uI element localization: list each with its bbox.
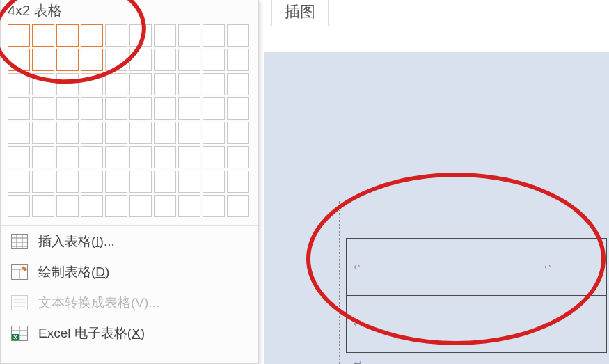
menu-insert-table[interactable]: 插入表格(I)... [1, 226, 258, 257]
grid-cell[interactable] [105, 24, 127, 47]
margin-guide [339, 201, 340, 364]
grid-cell[interactable] [154, 146, 176, 168]
grid-cell[interactable] [32, 73, 54, 95]
grid-cell[interactable] [56, 146, 79, 168]
grid-cell[interactable] [8, 97, 30, 120]
grid-cell[interactable] [81, 146, 103, 168]
grid-cell[interactable] [56, 195, 79, 217]
grid-cell[interactable] [81, 171, 103, 193]
grid-cell[interactable] [129, 24, 152, 47]
grid-cell[interactable] [227, 97, 249, 120]
grid-cell[interactable] [105, 73, 127, 95]
grid-cell[interactable] [56, 97, 79, 120]
grid-cell[interactable] [129, 49, 152, 71]
grid-cell[interactable] [32, 195, 54, 217]
grid-cell[interactable] [178, 24, 200, 47]
grid-cell[interactable] [227, 24, 249, 47]
grid-cell[interactable] [154, 73, 176, 95]
draw-table-icon [10, 263, 29, 281]
grid-cell[interactable] [56, 122, 79, 144]
table-cell: ↩ [347, 239, 537, 296]
grid-cell[interactable] [105, 122, 127, 144]
grid-cell[interactable] [81, 195, 103, 217]
grid-cell[interactable] [32, 24, 54, 47]
grid-cell[interactable] [154, 97, 176, 120]
grid-cell[interactable] [8, 122, 30, 144]
grid-cell[interactable] [203, 171, 225, 193]
table-icon [10, 232, 29, 251]
grid-cell[interactable] [154, 171, 176, 193]
grid-cell[interactable] [203, 73, 225, 95]
grid-cell[interactable] [105, 97, 127, 120]
grid-cell[interactable] [56, 49, 79, 71]
grid-cell[interactable] [32, 171, 54, 193]
grid-cell[interactable] [129, 97, 152, 120]
grid-cell[interactable] [32, 122, 54, 144]
grid-cell[interactable] [227, 195, 249, 217]
grid-cell[interactable] [129, 171, 152, 193]
grid-cell[interactable] [178, 146, 200, 168]
grid-cell[interactable] [105, 49, 127, 71]
grid-cell[interactable] [8, 24, 30, 47]
grid-cell[interactable] [154, 122, 176, 144]
menu-label: 文本转换成表格(V)... [38, 294, 159, 312]
grid-cell[interactable] [32, 49, 54, 71]
grid-cell[interactable] [81, 122, 103, 144]
table-cell: ↩ [347, 296, 537, 353]
grid-cell[interactable] [154, 24, 176, 47]
grid-cell[interactable] [227, 49, 249, 71]
grid-cell[interactable] [8, 49, 30, 71]
grid-cell[interactable] [56, 24, 79, 47]
grid-cell[interactable] [105, 195, 127, 217]
ribbon-separator [264, 31, 609, 31]
grid-picker[interactable] [1, 24, 258, 221]
document-canvas[interactable]: ↩ ↩ ↩ ↩ ↩ [264, 52, 609, 364]
grid-cell[interactable] [227, 146, 249, 168]
grid-cell[interactable] [178, 73, 200, 95]
grid-cell[interactable] [203, 195, 225, 217]
grid-cell[interactable] [129, 195, 152, 217]
grid-cell[interactable] [56, 73, 79, 95]
grid-cell[interactable] [203, 97, 225, 120]
grid-cell[interactable] [81, 97, 103, 120]
grid-cell[interactable] [8, 171, 30, 193]
table-cell: ↩ [537, 239, 607, 296]
excel-icon: X [10, 324, 29, 342]
table-row: ↩ ↩ [347, 239, 607, 296]
grid-cell[interactable] [32, 146, 54, 168]
grid-cell[interactable] [203, 24, 225, 47]
grid-cell[interactable] [8, 146, 30, 168]
grid-cell[interactable] [203, 122, 225, 144]
grid-cell[interactable] [227, 73, 249, 95]
grid-cell[interactable] [129, 146, 152, 168]
grid-cell[interactable] [203, 146, 225, 168]
grid-cell[interactable] [129, 73, 152, 95]
grid-cell[interactable] [178, 171, 200, 193]
grid-cell[interactable] [227, 171, 249, 193]
grid-cell[interactable] [203, 49, 225, 71]
grid-cell[interactable] [129, 122, 152, 144]
grid-cell[interactable] [178, 97, 200, 120]
grid-cell[interactable] [178, 195, 200, 217]
table-insert-dropdown: 4x2 表格 插入表格(I)... 绘制表格(D) 文本转换成表格(V)... … [0, 0, 259, 364]
grid-cell[interactable] [8, 73, 30, 95]
document-area: 插图 ↩ ↩ ↩ ↩ ↩ [264, 0, 609, 364]
paragraph-mark: ↩ [354, 358, 362, 364]
menu-draw-table[interactable]: 绘制表格(D) [1, 257, 258, 287]
grid-cell[interactable] [178, 122, 200, 144]
grid-cell[interactable] [178, 49, 200, 71]
grid-cell[interactable] [81, 73, 103, 95]
grid-cell[interactable] [105, 146, 127, 168]
grid-cell[interactable] [154, 195, 176, 217]
grid-cell[interactable] [154, 49, 176, 71]
grid-cell[interactable] [81, 49, 103, 71]
menu-text-to-table: 文本转换成表格(V)... [1, 287, 258, 318]
grid-cell[interactable] [227, 122, 249, 144]
ribbon-group-label: 插图 [271, 0, 329, 26]
grid-cell[interactable] [56, 171, 79, 193]
menu-excel-table[interactable]: X Excel 电子表格(X) [1, 318, 258, 349]
grid-cell[interactable] [81, 24, 103, 47]
grid-cell[interactable] [105, 171, 127, 193]
grid-cell[interactable] [8, 195, 30, 217]
grid-cell[interactable] [32, 97, 54, 120]
